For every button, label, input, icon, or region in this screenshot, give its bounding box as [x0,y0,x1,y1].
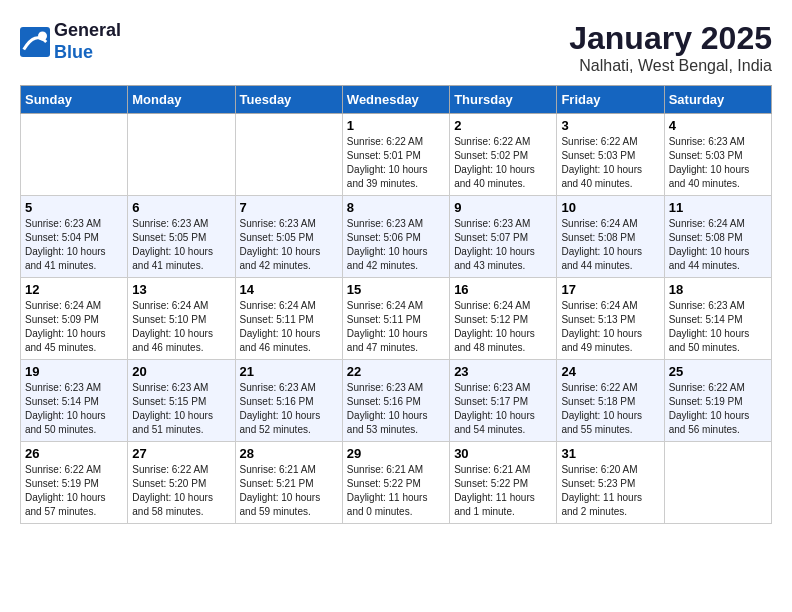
day-info: Sunrise: 6:21 AM Sunset: 5:22 PM Dayligh… [454,463,552,519]
calendar-cell: 26Sunrise: 6:22 AM Sunset: 5:19 PM Dayli… [21,442,128,524]
day-number: 19 [25,364,123,379]
day-info: Sunrise: 6:24 AM Sunset: 5:12 PM Dayligh… [454,299,552,355]
calendar-cell: 12Sunrise: 6:24 AM Sunset: 5:09 PM Dayli… [21,278,128,360]
day-info: Sunrise: 6:23 AM Sunset: 5:14 PM Dayligh… [669,299,767,355]
calendar-cell [21,114,128,196]
logo: General Blue [20,20,121,63]
calendar-cell: 21Sunrise: 6:23 AM Sunset: 5:16 PM Dayli… [235,360,342,442]
calendar-week-row: 19Sunrise: 6:23 AM Sunset: 5:14 PM Dayli… [21,360,772,442]
day-number: 11 [669,200,767,215]
day-number: 8 [347,200,445,215]
day-info: Sunrise: 6:24 AM Sunset: 5:13 PM Dayligh… [561,299,659,355]
day-number: 5 [25,200,123,215]
calendar-week-row: 26Sunrise: 6:22 AM Sunset: 5:19 PM Dayli… [21,442,772,524]
calendar-cell: 8Sunrise: 6:23 AM Sunset: 5:06 PM Daylig… [342,196,449,278]
calendar-cell: 24Sunrise: 6:22 AM Sunset: 5:18 PM Dayli… [557,360,664,442]
day-number: 14 [240,282,338,297]
day-info: Sunrise: 6:23 AM Sunset: 5:07 PM Dayligh… [454,217,552,273]
day-number: 1 [347,118,445,133]
calendar-week-row: 5Sunrise: 6:23 AM Sunset: 5:04 PM Daylig… [21,196,772,278]
day-number: 27 [132,446,230,461]
day-info: Sunrise: 6:23 AM Sunset: 5:14 PM Dayligh… [25,381,123,437]
day-number: 18 [669,282,767,297]
day-number: 7 [240,200,338,215]
day-number: 22 [347,364,445,379]
svg-point-1 [38,31,47,40]
calendar-cell [128,114,235,196]
calendar-week-row: 12Sunrise: 6:24 AM Sunset: 5:09 PM Dayli… [21,278,772,360]
calendar-cell: 10Sunrise: 6:24 AM Sunset: 5:08 PM Dayli… [557,196,664,278]
weekday-header-wednesday: Wednesday [342,86,449,114]
day-info: Sunrise: 6:21 AM Sunset: 5:22 PM Dayligh… [347,463,445,519]
day-info: Sunrise: 6:22 AM Sunset: 5:19 PM Dayligh… [669,381,767,437]
day-info: Sunrise: 6:24 AM Sunset: 5:11 PM Dayligh… [347,299,445,355]
day-number: 29 [347,446,445,461]
day-info: Sunrise: 6:23 AM Sunset: 5:06 PM Dayligh… [347,217,445,273]
day-number: 28 [240,446,338,461]
weekday-header-tuesday: Tuesday [235,86,342,114]
day-info: Sunrise: 6:20 AM Sunset: 5:23 PM Dayligh… [561,463,659,519]
day-info: Sunrise: 6:24 AM Sunset: 5:11 PM Dayligh… [240,299,338,355]
weekday-header-row: SundayMondayTuesdayWednesdayThursdayFrid… [21,86,772,114]
calendar-table: SundayMondayTuesdayWednesdayThursdayFrid… [20,85,772,524]
day-info: Sunrise: 6:22 AM Sunset: 5:20 PM Dayligh… [132,463,230,519]
day-info: Sunrise: 6:24 AM Sunset: 5:10 PM Dayligh… [132,299,230,355]
day-info: Sunrise: 6:22 AM Sunset: 5:18 PM Dayligh… [561,381,659,437]
day-number: 23 [454,364,552,379]
calendar-cell: 14Sunrise: 6:24 AM Sunset: 5:11 PM Dayli… [235,278,342,360]
day-number: 9 [454,200,552,215]
day-number: 20 [132,364,230,379]
calendar-cell: 2Sunrise: 6:22 AM Sunset: 5:02 PM Daylig… [450,114,557,196]
day-info: Sunrise: 6:23 AM Sunset: 5:16 PM Dayligh… [347,381,445,437]
calendar-cell: 16Sunrise: 6:24 AM Sunset: 5:12 PM Dayli… [450,278,557,360]
day-info: Sunrise: 6:22 AM Sunset: 5:01 PM Dayligh… [347,135,445,191]
calendar-cell: 28Sunrise: 6:21 AM Sunset: 5:21 PM Dayli… [235,442,342,524]
day-info: Sunrise: 6:21 AM Sunset: 5:21 PM Dayligh… [240,463,338,519]
day-info: Sunrise: 6:24 AM Sunset: 5:08 PM Dayligh… [669,217,767,273]
calendar-cell: 31Sunrise: 6:20 AM Sunset: 5:23 PM Dayli… [557,442,664,524]
day-info: Sunrise: 6:23 AM Sunset: 5:16 PM Dayligh… [240,381,338,437]
day-number: 17 [561,282,659,297]
page-subtitle: Nalhati, West Bengal, India [569,57,772,75]
calendar-cell: 29Sunrise: 6:21 AM Sunset: 5:22 PM Dayli… [342,442,449,524]
day-number: 15 [347,282,445,297]
day-info: Sunrise: 6:22 AM Sunset: 5:19 PM Dayligh… [25,463,123,519]
weekday-header-sunday: Sunday [21,86,128,114]
day-info: Sunrise: 6:23 AM Sunset: 5:15 PM Dayligh… [132,381,230,437]
page-header: General Blue January 2025 Nalhati, West … [20,20,772,75]
page-title: January 2025 [569,20,772,57]
day-number: 31 [561,446,659,461]
weekday-header-friday: Friday [557,86,664,114]
calendar-cell: 3Sunrise: 6:22 AM Sunset: 5:03 PM Daylig… [557,114,664,196]
calendar-cell [664,442,771,524]
calendar-cell: 13Sunrise: 6:24 AM Sunset: 5:10 PM Dayli… [128,278,235,360]
calendar-cell: 25Sunrise: 6:22 AM Sunset: 5:19 PM Dayli… [664,360,771,442]
day-info: Sunrise: 6:23 AM Sunset: 5:03 PM Dayligh… [669,135,767,191]
calendar-week-row: 1Sunrise: 6:22 AM Sunset: 5:01 PM Daylig… [21,114,772,196]
calendar-cell: 23Sunrise: 6:23 AM Sunset: 5:17 PM Dayli… [450,360,557,442]
day-info: Sunrise: 6:22 AM Sunset: 5:03 PM Dayligh… [561,135,659,191]
title-block: January 2025 Nalhati, West Bengal, India [569,20,772,75]
day-number: 21 [240,364,338,379]
calendar-cell: 15Sunrise: 6:24 AM Sunset: 5:11 PM Dayli… [342,278,449,360]
day-number: 26 [25,446,123,461]
calendar-cell: 18Sunrise: 6:23 AM Sunset: 5:14 PM Dayli… [664,278,771,360]
day-info: Sunrise: 6:23 AM Sunset: 5:05 PM Dayligh… [240,217,338,273]
calendar-cell: 19Sunrise: 6:23 AM Sunset: 5:14 PM Dayli… [21,360,128,442]
calendar-cell: 6Sunrise: 6:23 AM Sunset: 5:05 PM Daylig… [128,196,235,278]
weekday-header-saturday: Saturday [664,86,771,114]
day-info: Sunrise: 6:23 AM Sunset: 5:17 PM Dayligh… [454,381,552,437]
calendar-cell: 11Sunrise: 6:24 AM Sunset: 5:08 PM Dayli… [664,196,771,278]
day-number: 16 [454,282,552,297]
day-number: 3 [561,118,659,133]
day-number: 4 [669,118,767,133]
day-number: 2 [454,118,552,133]
calendar-cell: 7Sunrise: 6:23 AM Sunset: 5:05 PM Daylig… [235,196,342,278]
calendar-cell: 1Sunrise: 6:22 AM Sunset: 5:01 PM Daylig… [342,114,449,196]
day-info: Sunrise: 6:23 AM Sunset: 5:05 PM Dayligh… [132,217,230,273]
weekday-header-thursday: Thursday [450,86,557,114]
day-number: 13 [132,282,230,297]
day-info: Sunrise: 6:24 AM Sunset: 5:08 PM Dayligh… [561,217,659,273]
day-info: Sunrise: 6:24 AM Sunset: 5:09 PM Dayligh… [25,299,123,355]
calendar-cell: 27Sunrise: 6:22 AM Sunset: 5:20 PM Dayli… [128,442,235,524]
